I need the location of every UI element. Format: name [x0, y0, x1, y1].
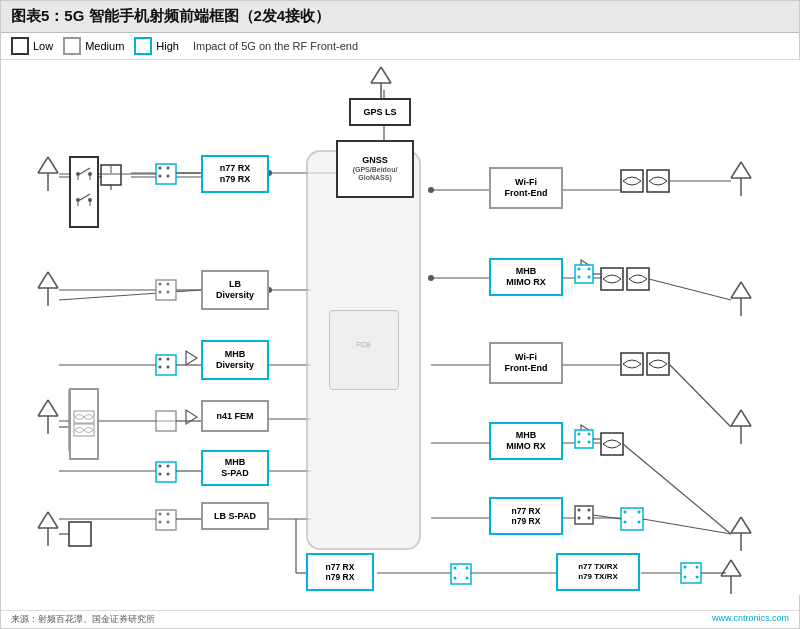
svg-rect-37 — [601, 433, 623, 455]
legend-low-box — [11, 37, 29, 55]
svg-point-90 — [624, 521, 627, 524]
svg-point-117 — [578, 433, 581, 436]
svg-point-118 — [588, 433, 591, 436]
svg-rect-32 — [627, 268, 649, 290]
svg-point-46 — [428, 275, 434, 281]
block-mhb-mimo-top: MHBMIMO RX — [489, 258, 563, 296]
svg-line-151 — [741, 162, 751, 178]
block-n77rx-right: n77 RXn79 RX — [489, 497, 563, 535]
svg-point-56 — [167, 291, 170, 294]
svg-rect-2 — [101, 165, 121, 185]
svg-point-55 — [167, 283, 170, 286]
lb-filter-component — [69, 388, 99, 460]
block-n41-fem: n41 FEM — [201, 400, 269, 432]
svg-marker-108 — [186, 351, 197, 365]
antenna-right-4 — [729, 515, 753, 551]
svg-point-112 — [588, 268, 591, 271]
svg-point-60 — [159, 358, 162, 361]
svg-line-36 — [669, 364, 731, 427]
block-mhb-diversity: MHBDiversity — [201, 340, 269, 380]
block-wifi-bot: Wi-FiFront-End — [489, 342, 563, 384]
legend-high-label: High — [156, 40, 179, 52]
legend-bar: Low Medium High Impact of 5G on the RF F… — [1, 33, 799, 60]
block-mhb-spad: MHBS-PAD — [201, 450, 269, 486]
svg-line-150 — [731, 162, 741, 178]
svg-point-49 — [167, 167, 170, 170]
title-bar: 图表5：5G 智能手机射频前端框图（2发4接收） — [1, 1, 799, 33]
svg-rect-100 — [451, 564, 471, 584]
svg-point-50 — [167, 175, 170, 178]
svg-point-63 — [159, 366, 162, 369]
svg-line-163 — [741, 517, 751, 533]
svg-point-51 — [159, 175, 162, 178]
svg-rect-35 — [647, 353, 669, 375]
antenna-left-3 — [36, 398, 60, 434]
legend-low: Low — [11, 37, 53, 55]
svg-line-138 — [38, 400, 48, 416]
svg-rect-116 — [575, 430, 593, 448]
footer-url: www.cntronics.com — [712, 613, 789, 626]
svg-point-89 — [638, 521, 641, 524]
svg-point-94 — [684, 566, 687, 569]
antenna-left-1 — [36, 155, 60, 191]
svg-point-71 — [167, 473, 170, 476]
svg-line-154 — [731, 282, 741, 298]
svg-line-134 — [38, 272, 48, 288]
svg-rect-47 — [156, 164, 176, 184]
legend-low-label: Low — [33, 40, 53, 52]
svg-rect-29 — [647, 170, 669, 192]
svg-line-135 — [48, 272, 58, 288]
svg-rect-93 — [681, 563, 701, 583]
svg-rect-31 — [601, 268, 623, 290]
block-n77rx-top: n77 RXn79 RX — [201, 155, 269, 193]
svg-point-72 — [159, 473, 162, 476]
svg-point-114 — [578, 276, 581, 279]
antenna-right-3 — [729, 408, 753, 444]
svg-point-69 — [159, 465, 162, 468]
switch-block-top-left — [69, 156, 99, 228]
svg-rect-59 — [156, 355, 176, 375]
svg-point-77 — [167, 521, 170, 524]
svg-rect-86 — [621, 508, 643, 530]
svg-marker-106 — [581, 260, 592, 274]
legend-medium-box — [63, 37, 81, 55]
page-container: 图表5：5G 智能手机射频前端框图（2发4接收） Low Medium High… — [0, 0, 800, 629]
antenna-right-1 — [729, 160, 753, 196]
svg-line-158 — [731, 410, 741, 426]
svg-marker-107 — [581, 425, 592, 439]
svg-point-75 — [159, 513, 162, 516]
svg-line-146 — [371, 67, 381, 83]
page-title: 图表5：5G 智能手机射频前端框图（2发4接收） — [11, 7, 330, 24]
svg-line-166 — [721, 560, 731, 576]
antenna-right-2 — [729, 280, 753, 316]
svg-point-57 — [159, 291, 162, 294]
svg-rect-34 — [621, 353, 643, 375]
svg-line-139 — [48, 400, 58, 416]
svg-rect-122 — [575, 506, 593, 524]
footer-bar: 来源：射频百花潭、国金证券研究所 www.cntronics.com — [1, 610, 799, 628]
svg-point-48 — [159, 167, 162, 170]
svg-point-96 — [696, 576, 699, 579]
svg-line-142 — [38, 512, 48, 528]
svg-line-162 — [731, 517, 741, 533]
footer-source: 来源：射频百花潭、国金证券研究所 — [11, 613, 155, 626]
svg-point-126 — [578, 517, 581, 520]
block-gnss: GNSS (GPS/Beidou/GloNASS) — [336, 140, 414, 198]
svg-line-38 — [623, 444, 731, 534]
svg-line-147 — [381, 67, 391, 83]
svg-line-131 — [48, 157, 58, 173]
svg-point-88 — [638, 511, 641, 514]
svg-point-170 — [76, 172, 80, 176]
antenna-left-2 — [36, 270, 60, 306]
svg-point-45 — [428, 187, 434, 193]
svg-point-113 — [588, 276, 591, 279]
phone-shape: PCB — [306, 150, 421, 550]
legend-medium: Medium — [63, 37, 124, 55]
svg-point-78 — [159, 521, 162, 524]
block-lb-spad: LB S-PAD — [201, 502, 269, 530]
svg-line-143 — [48, 512, 58, 528]
legend-medium-label: Medium — [85, 40, 124, 52]
svg-point-104 — [454, 577, 457, 580]
block-gps-ls: GPS LS — [349, 98, 411, 126]
svg-marker-109 — [186, 410, 197, 424]
